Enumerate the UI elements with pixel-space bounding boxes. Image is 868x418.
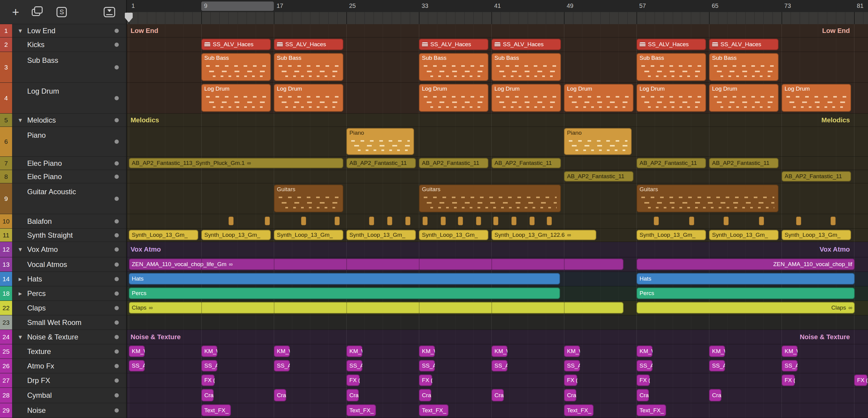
track-onoff-dot[interactable] <box>115 349 119 354</box>
region-km-w[interactable]: KM_W <box>346 346 362 357</box>
region-hats[interactable]: Hats <box>637 273 855 285</box>
track-header-elec-piano[interactable]: 7Elec Piano <box>0 157 126 170</box>
region-ss-alv-haces[interactable]: SS_ALV_Haces <box>274 39 343 50</box>
region-ss-alv-haces[interactable]: SS_ALV_Haces <box>201 39 271 50</box>
cycle-range[interactable] <box>201 1 274 11</box>
track-onoff-dot[interactable] <box>115 118 119 122</box>
region-fx[interactable]: FX ( <box>637 375 650 386</box>
region-ss-al[interactable]: SS_AL <box>129 360 145 372</box>
track-onoff-dot[interactable] <box>115 42 119 47</box>
track-header-guitar-acoustic[interactable]: 9Guitar Acoustic <box>0 183 126 214</box>
region-ss-alv-haces[interactable]: SS_ALV_Haces <box>637 39 706 50</box>
region-square[interactable] <box>547 217 552 225</box>
track-header-low-end[interactable]: 1▾Low End <box>0 24 126 37</box>
region-cra[interactable]: Cra <box>419 389 431 401</box>
lane-sub-bass[interactable]: Sub BassSub BassSub BassSub BassSub Bass… <box>127 52 868 83</box>
region-square[interactable] <box>441 217 446 225</box>
track-header-percs[interactable]: 18▸Percs <box>0 286 126 301</box>
region-square[interactable] <box>458 217 463 225</box>
track-onoff-dot[interactable] <box>115 262 119 267</box>
region-ab-ap2-fantastic-11[interactable]: AB_AP2_Fantastic_11 <box>346 158 416 168</box>
region-cra[interactable]: Cra <box>637 389 649 401</box>
duplicate-track-icon[interactable] <box>32 8 41 16</box>
region-percs[interactable]: Percs <box>129 288 560 299</box>
region-log-drum[interactable]: Log Drum <box>201 84 271 112</box>
lane-log-drum[interactable]: Log DrumLog DrumLog DrumLog DrumLog Drum… <box>127 83 868 114</box>
region-fx[interactable]: FX ( <box>419 375 432 386</box>
region-text-fx[interactable]: Text_FX_ <box>201 405 231 416</box>
region-text-fx[interactable]: Text_FX_ <box>346 405 376 416</box>
region-log-drum[interactable]: Log Drum <box>637 84 706 112</box>
region-ss-al[interactable]: SS_AL <box>419 360 435 372</box>
region-ab-ap2-fantastic-11[interactable]: AB_AP2_Fantastic_11 <box>637 158 706 168</box>
region-synth-loop-13-gm[interactable]: Synth_Loop_13_Gm_ <box>709 230 779 240</box>
lane-cymbal[interactable]: CraCraCraCraCraCraCraCra <box>127 388 868 403</box>
region-ab-ap2-fantastic-11[interactable]: AB_AP2_Fantastic_11 <box>491 158 561 168</box>
lane-elec-piano[interactable]: AB_AP2_Fantastic_113_Synth_Pluck_Gm.1∞AB… <box>127 157 868 170</box>
chevron-down-icon[interactable]: ▾ <box>16 333 25 341</box>
region-ss-al[interactable]: SS_AL <box>637 360 652 372</box>
region-km-w[interactable]: KM_W <box>564 346 580 357</box>
region-km-w[interactable]: KM_W <box>419 346 435 357</box>
lane-melodics[interactable]: MelodicsMelodics <box>127 114 868 127</box>
region-sub-bass[interactable]: Sub Bass <box>709 53 779 81</box>
region-cra[interactable]: Cra <box>491 389 504 401</box>
track-onoff-dot[interactable] <box>115 393 119 397</box>
region-km-w[interactable]: KM_W <box>129 346 145 357</box>
lane-elec-piano[interactable]: AB_AP2_Fantastic_11AB_AP2_Fantastic_11 <box>127 170 868 183</box>
chevron-right-icon[interactable]: ▸ <box>16 275 25 283</box>
region-synth-loop-13-gm[interactable]: Synth_Loop_13_Gm_ <box>637 230 706 240</box>
region-square[interactable] <box>654 217 659 225</box>
region-ss-al[interactable]: SS_AL <box>346 360 362 372</box>
region-sub-bass[interactable]: Sub Bass <box>274 53 343 81</box>
region-synth-loop-13-gm-122-6[interactable]: Synth_Loop_13_Gm_122.6∞ <box>491 230 596 240</box>
region-hats[interactable]: Hats <box>129 273 560 285</box>
region-km-w[interactable]: KM_W <box>709 346 725 357</box>
region-guitars[interactable]: Guitars <box>637 185 779 212</box>
chevron-right-icon[interactable]: ▸ <box>16 290 25 297</box>
track-header-atmo-fx[interactable]: 26Atmo Fx <box>0 359 126 373</box>
region-ss-al[interactable]: SS_AL <box>709 360 725 372</box>
track-onoff-dot[interactable] <box>115 29 119 33</box>
region-log-drum[interactable]: Log Drum <box>564 84 633 112</box>
track-onoff-dot[interactable] <box>115 233 119 237</box>
track-header-synth-straight[interactable]: 11Synth Straight <box>0 229 126 242</box>
track-onoff-dot[interactable] <box>115 219 119 224</box>
region-ab-ap2-fantastic-11[interactable]: AB_AP2_Fantastic_11 <box>419 158 488 168</box>
track-header-elec-piano[interactable]: 8Elec Piano <box>0 170 126 183</box>
region-cra[interactable]: Cra <box>274 389 286 401</box>
region-synth-loop-13-gm[interactable]: Synth_Loop_13_Gm_ <box>419 230 488 240</box>
region-synth-loop-13-gm[interactable]: Synth_Loop_13_Gm_ <box>201 230 271 240</box>
region-synth-loop-13-gm[interactable]: Synth_Loop_13_Gm_ <box>274 230 343 240</box>
collapse-tracks-icon[interactable] <box>104 7 115 17</box>
region-sub-bass[interactable]: Sub Bass <box>491 53 561 81</box>
region-sub-bass[interactable]: Sub Bass <box>419 53 488 81</box>
track-onoff-dot[interactable] <box>115 335 119 339</box>
track-header-hats[interactable]: 14▸Hats <box>0 272 126 286</box>
region-square[interactable] <box>265 217 270 225</box>
region-square[interactable] <box>369 217 374 225</box>
region-ss-al[interactable]: SS_AL <box>781 360 798 372</box>
region-ss-alv-haces[interactable]: SS_ALV_Haces <box>709 39 779 50</box>
region-sub-bass[interactable]: Sub Bass <box>637 53 706 81</box>
track-onoff-dot[interactable] <box>115 291 119 296</box>
region-ab-ap2-fantastic-11[interactable]: AB_AP2_Fantastic_11 <box>781 171 851 182</box>
region-square[interactable] <box>831 217 836 225</box>
lane-low-end[interactable]: Low EndLow End <box>127 24 868 37</box>
region-square[interactable] <box>301 217 306 225</box>
track-onoff-dot[interactable] <box>115 197 119 201</box>
track-header-texture[interactable]: 25Texture <box>0 344 126 359</box>
region-cra[interactable]: Cra <box>201 389 214 401</box>
region-ss-al[interactable]: SS_AL <box>201 360 217 372</box>
region-km-w[interactable]: KM_W <box>781 346 798 357</box>
track-onoff-dot[interactable] <box>115 96 119 100</box>
track-onoff-dot[interactable] <box>115 277 119 281</box>
track-onoff-dot[interactable] <box>115 408 119 413</box>
region-square[interactable] <box>796 217 801 225</box>
region-log-drum[interactable]: Log Drum <box>491 84 561 112</box>
track-onoff-dot[interactable] <box>115 161 119 165</box>
region-text-fx[interactable]: Text_FX_ <box>419 405 448 416</box>
region-piano[interactable]: Piano <box>346 128 414 155</box>
lane-noise[interactable]: Text_FX_Text_FX_Text_FX_Text_FX_Text_FX_ <box>127 403 868 418</box>
region-claps[interactable]: Claps∞ <box>129 302 623 314</box>
